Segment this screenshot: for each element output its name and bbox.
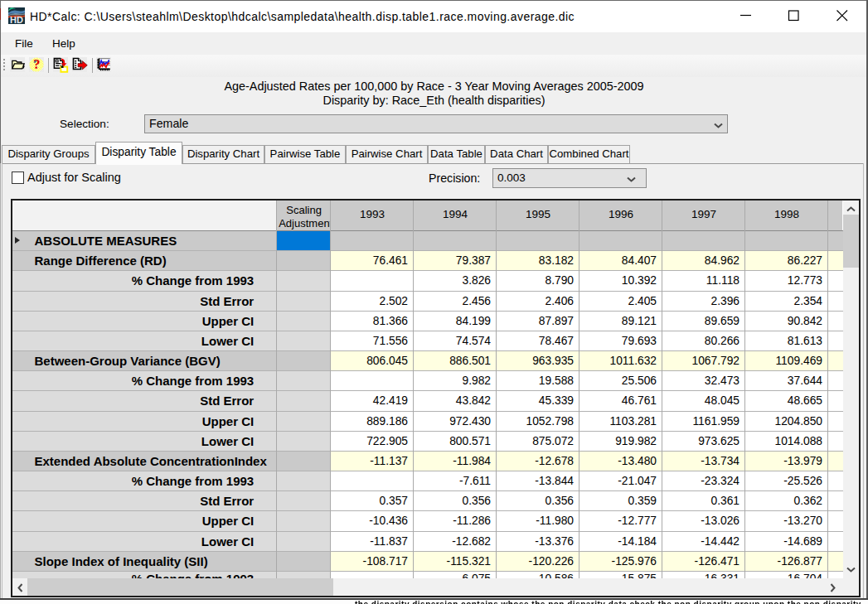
svg-text:?: ? [33,57,41,72]
svg-text:HD: HD [10,15,23,24]
